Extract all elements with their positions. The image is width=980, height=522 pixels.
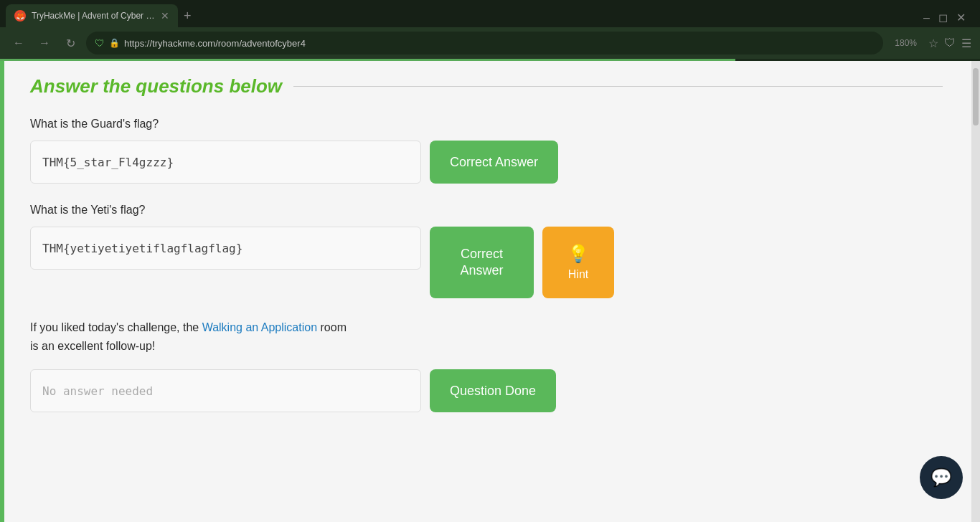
scrollbar-track[interactable] <box>971 61 980 522</box>
lightbulb-icon: 💡 <box>567 244 589 264</box>
back-button[interactable]: ← <box>9 33 29 53</box>
challenge-followup-block: If you liked today's challenge, the Walk… <box>30 318 943 412</box>
question-done-button[interactable]: Question Done <box>430 369 556 412</box>
protection-icon: 🛡 <box>944 37 956 49</box>
tab-favicon: 🦊 <box>14 10 26 22</box>
tab-title: TryHackMe | Advent of Cyber 2... <box>32 11 155 21</box>
header-divider <box>293 86 943 87</box>
minimize-button[interactable]: – <box>923 11 930 24</box>
tab-bar: 🦊 TryHackMe | Advent of Cyber 2... ✕ + –… <box>0 0 980 27</box>
question-2-correct-button[interactable]: CorrectAnswer <box>430 227 534 298</box>
challenge-text-before: If you liked today's challenge, the <box>30 321 199 333</box>
question-3-input[interactable] <box>30 369 421 412</box>
security-shield-icon: 🛡 <box>95 37 105 49</box>
navigation-bar: ← → ↻ 🛡 🔒 https://tryhackme.com/room/adv… <box>0 27 980 59</box>
question-2-answer-row: CorrectAnswer 💡 Hint <box>30 227 943 298</box>
section-header: Answer the questions below <box>30 75 943 98</box>
restore-button[interactable]: ◻ <box>938 11 948 24</box>
chat-icon: 💬 <box>930 468 952 488</box>
walking-application-link[interactable]: Walking an Application <box>202 321 317 333</box>
window-controls: – ◻ ✕ <box>923 11 974 27</box>
reload-button[interactable]: ↻ <box>60 33 80 53</box>
question-2-label: What is the Yeti's flag? <box>30 204 943 217</box>
section-title: Answer the questions below <box>30 75 282 98</box>
zoom-level: 180% <box>889 38 923 48</box>
challenge-text: If you liked today's challenge, the Walk… <box>30 318 943 355</box>
question-1-label: What is the Guard's flag? <box>30 118 943 130</box>
question-3-answer-row: Question Done <box>30 369 943 412</box>
question-1-block: What is the Guard's flag? Correct Answer <box>30 118 943 184</box>
lock-icon: 🔒 <box>109 38 120 48</box>
content-wrapper: Answer the questions below What is the G… <box>0 61 980 522</box>
scrollbar-thumb[interactable] <box>973 68 979 125</box>
question-2-input[interactable] <box>30 227 421 270</box>
close-window-button[interactable]: ✕ <box>956 11 966 24</box>
forward-button[interactable]: → <box>34 33 55 53</box>
page-content: Answer the questions below What is the G… <box>4 61 971 522</box>
question-2-hint-button[interactable]: 💡 Hint <box>542 227 614 298</box>
tab-close-button[interactable]: ✕ <box>161 10 169 22</box>
browser-menu-button[interactable]: ☰ <box>961 37 971 50</box>
address-bar[interactable]: 🛡 🔒 https://tryhackme.com/room/adventofc… <box>86 32 883 54</box>
bookmark-star-icon[interactable]: ☆ <box>928 37 938 50</box>
hint-label: Hint <box>568 268 588 281</box>
question-1-input[interactable] <box>30 141 421 184</box>
browser-window: 🦊 TryHackMe | Advent of Cyber 2... ✕ + –… <box>0 0 980 522</box>
question-1-answer-row: Correct Answer <box>30 141 943 184</box>
url-text: https://tryhackme.com/room/adventofcyber… <box>124 38 875 49</box>
active-tab[interactable]: 🦊 TryHackMe | Advent of Cyber 2... ✕ <box>6 4 178 27</box>
question-1-correct-button[interactable]: Correct Answer <box>430 141 558 184</box>
new-tab-button[interactable]: + <box>178 4 197 27</box>
question-2-block: What is the Yeti's flag? CorrectAnswer 💡… <box>30 204 943 298</box>
chat-bubble-button[interactable]: 💬 <box>920 456 963 499</box>
